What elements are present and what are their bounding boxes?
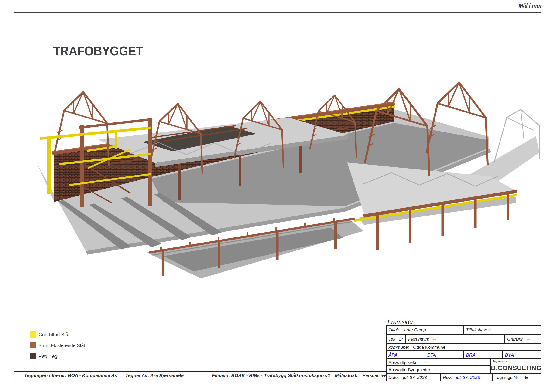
tb-gnr: Gnr/Bnr -- — [505, 335, 541, 343]
tb-tegnings-value: E — [525, 375, 528, 380]
tb-tegnings-nr: Tegnings Nr - E — [492, 373, 541, 381]
legend: Gul: Tilført Stål Brun: Ekisterende Stål… — [30, 331, 85, 364]
tb-byggeleder-value: -- — [436, 367, 438, 372]
legend-item-brown: Brun: Ekisterende Stål — [30, 342, 85, 349]
footer-divider — [209, 372, 209, 379]
tb-area-bya: BYA — [503, 351, 541, 359]
tb-area-bta: BTA — [425, 351, 464, 359]
tb-gnr-value: -- — [527, 337, 530, 342]
footer-filename: Filnavn: BOAK - RIBs - Trafobygg Stålkon… — [212, 373, 330, 378]
tb-dato-value: juli 27, 2023 — [403, 375, 427, 380]
legend-item-red: Rød: Tegl — [30, 353, 85, 359]
tb-rev-value: juli 27, 2023 — [456, 375, 480, 380]
footer-divider — [331, 372, 331, 379]
tb-kommune-value: Odda Kommune — [413, 345, 445, 350]
tb-dato: Dato: juli 27, 2023 — [386, 373, 441, 381]
tb-kommune-label: kommune: — [388, 345, 409, 350]
footer-scale-label: Målestokk: — [335, 373, 359, 378]
tb-dato-label: Dato: — [388, 375, 399, 380]
tb-tiltak: Tiltak: Lote Camp — [386, 325, 464, 335]
tb-tegnekontor-name: B.CONSULTING — [491, 364, 541, 372]
tb-tek-value: 17 — [398, 337, 403, 342]
tb-tegnings-label: Tegnings Nr - — [495, 375, 521, 380]
tb-byggeleder-label: Ansvarlig Byggeleder: — [388, 367, 431, 372]
legend-item-yellow: Gul: Tilført Stål — [30, 331, 85, 337]
legend-label: Brun: Ekisterende Stål — [38, 343, 85, 348]
legend-label: Rød: Tegl — [38, 354, 58, 359]
tb-rev-label: Rev: — [443, 375, 452, 380]
tb-tek-label: Tek — [388, 337, 395, 342]
tb-tiltakshaver-label: Tiltakshaver: — [466, 327, 491, 332]
tb-byggeleder: Ansvarlig Byggeleder: -- — [386, 366, 490, 373]
tb-area-bra: BRA — [464, 351, 503, 359]
tb-tegnekontor: Tegnekontor B.CONSULTING — [490, 359, 541, 373]
footer-owner: Tegningen tilhører: BOA - Kompetanse As — [24, 373, 117, 378]
legend-swatch-yellow — [30, 331, 36, 337]
tb-soker-value: -- — [424, 360, 427, 365]
tb-tiltak-value: Lote Camp — [404, 327, 426, 332]
tb-tegnekontor-label: Tegnekontor — [493, 360, 507, 363]
footer-strip: Tegningen tilhører: BOA - Kompetanse As … — [14, 371, 386, 379]
tb-plan-label: Plan navn: — [408, 337, 429, 342]
footer-drawn-by: Tegnet Av: Are Bjørnebøle — [125, 373, 184, 378]
tb-plan: Plan navn: -- — [406, 335, 505, 343]
tb-tek: Tek 17 — [386, 335, 406, 343]
drawing-sheet: Mål i mm TRAFOBYGGET Gul: Tilført Stål B… — [0, 0, 555, 392]
unit-note: Mål i mm — [519, 3, 541, 9]
legend-label: Gul: Tilført Stål — [38, 332, 69, 337]
tb-rev: Rev: juli 27, 2023 — [441, 373, 492, 381]
page-title: TRAFOBYGGET — [53, 43, 143, 58]
tb-tiltakshaver-value: -- — [495, 327, 498, 332]
tb-tiltakshaver: Tiltakshaver: -- — [464, 325, 541, 335]
legend-swatch-red — [30, 353, 36, 359]
view-name: Framside — [387, 318, 413, 326]
tb-kommune: kommune: Odda Kommune — [386, 343, 541, 351]
tb-soker: Ansvarlig søker: -- — [386, 359, 490, 366]
legend-swatch-brown — [30, 342, 36, 349]
tb-soker-label: Ansvarlig søker: — [388, 360, 420, 365]
footer-scale-value: Perspective — [362, 373, 387, 378]
tb-tiltak-label: Tiltak: — [388, 327, 400, 332]
tb-area-apa: ÅPA — [386, 351, 425, 359]
title-block: Framside Tiltak: Lote Camp Tiltakshaver:… — [386, 318, 541, 379]
tb-gnr-label: Gnr/Bnr — [507, 337, 523, 342]
tb-plan-value: -- — [433, 337, 436, 342]
